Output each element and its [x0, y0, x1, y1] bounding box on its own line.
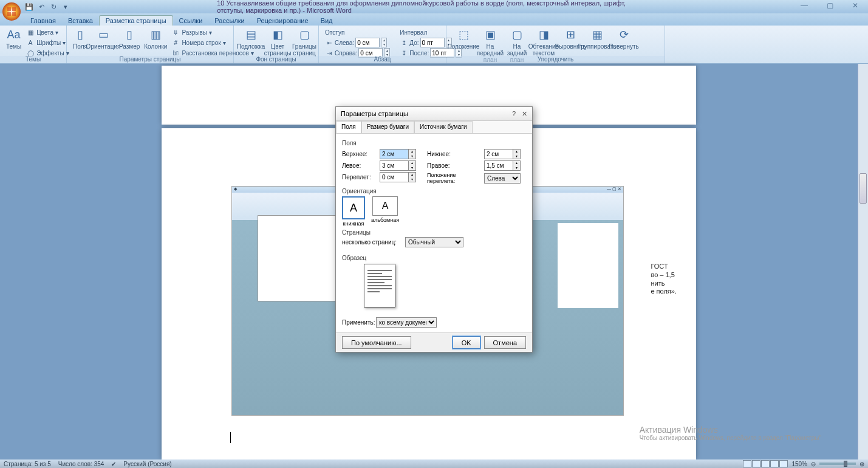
dialog-tab-source[interactable]: Источник бумаги	[414, 121, 473, 133]
section-margins: Поля	[342, 140, 526, 146]
indent-left-icon: ⇤	[325, 38, 333, 47]
columns-button[interactable]: ▥Колонки	[142, 27, 169, 58]
tab-mailings[interactable]: Рассылки	[208, 16, 250, 26]
spinner-icon[interactable]: ▴▾	[513, 149, 521, 159]
redo-icon[interactable]: ↻	[49, 2, 58, 12]
tab-view[interactable]: Вид	[315, 16, 339, 26]
left-margin-input[interactable]	[380, 160, 409, 171]
spinner-icon[interactable]: ▴▾	[409, 160, 416, 171]
status-language[interactable]: Русский (Россия)	[123, 461, 171, 467]
tab-insert[interactable]: Вставка	[62, 16, 99, 26]
undo-icon[interactable]: ↶	[36, 2, 46, 12]
gutter-label: Переплет:	[342, 174, 377, 181]
top-margin-input[interactable]	[380, 149, 409, 159]
scrollbar-thumb[interactable]	[859, 173, 867, 204]
qat-more-icon[interactable]: ▾	[61, 2, 70, 12]
text-wrap-icon: ◨	[536, 28, 551, 43]
tab-home[interactable]: Главная	[24, 16, 62, 26]
breaks-icon: ⤋	[171, 28, 180, 36]
text-line: е поля».	[651, 287, 677, 296]
tab-review[interactable]: Рецензирование	[251, 16, 315, 26]
watermark-button[interactable]: ▤Подложка	[238, 27, 264, 58]
margins-button[interactable]: ▯Поля	[70, 27, 90, 58]
size-label: Размер	[119, 43, 140, 50]
indent-header: Отступ	[324, 27, 391, 37]
status-words[interactable]: Число слов: 354	[58, 461, 104, 467]
spinner-icon[interactable]: ▴▾	[381, 38, 387, 47]
fonts-button[interactable]: AШрифты ▾	[25, 38, 70, 47]
apply-to-select[interactable]: ко всему документу	[376, 317, 437, 328]
bring-front-icon: ▣	[483, 28, 497, 43]
gutter-input[interactable]	[380, 172, 409, 182]
orient-portrait-label: книжная	[343, 221, 364, 227]
size-button[interactable]: ▯Размер	[117, 27, 142, 58]
minimize-button[interactable]: —	[791, 0, 817, 11]
dialog-tab-paper[interactable]: Размер бумаги	[361, 121, 414, 133]
dialog-titlebar[interactable]: Параметры страницы ? ✕	[336, 107, 532, 121]
dialog-help-button[interactable]: ?	[512, 110, 516, 118]
spinner-icon[interactable]: ▴▾	[409, 172, 416, 182]
multi-pages-label: несколько страниц:	[342, 239, 403, 246]
orientation-label: Ориентация	[86, 43, 121, 50]
indent-left[interactable]: ⇤Слева:▴▾	[324, 38, 391, 47]
page-color-icon: ◧	[270, 28, 285, 43]
save-icon[interactable]: 💾	[24, 2, 34, 12]
watermark-title: Активация Windows	[640, 425, 821, 435]
fonts-label: Шрифты	[36, 40, 61, 46]
rotate-icon: ⟳	[617, 28, 631, 43]
zoom-level[interactable]: 150%	[791, 461, 807, 467]
spellcheck-icon[interactable]: ✔	[111, 461, 116, 467]
spacing-before-label: До:	[409, 40, 419, 46]
group-page-bg-label: Фон страницы	[234, 56, 318, 63]
effects-label: Эффекты	[36, 50, 64, 57]
zoom-in-button[interactable]: ⊕	[859, 461, 864, 467]
position-icon: ⬚	[456, 28, 471, 43]
text-line: во – 1,5	[651, 271, 677, 280]
page-borders-button[interactable]: ▢Границы страниц	[291, 27, 318, 58]
cancel-button[interactable]: Отмена	[484, 336, 526, 349]
office-button[interactable]	[1, 1, 22, 22]
vertical-scrollbar[interactable]	[858, 64, 868, 459]
indent-left-input[interactable]	[355, 38, 380, 47]
page-color-button[interactable]: ◧Цвет страницы	[264, 27, 291, 58]
svg-point-0	[2, 2, 21, 21]
orientation-landscape[interactable]: Aальбомная	[371, 196, 399, 227]
group-page-background: ▤Подложка ◧Цвет страницы ▢Границы страни…	[234, 26, 319, 63]
tab-page-layout[interactable]: Разметка страницы	[99, 15, 173, 26]
dialog-close-button[interactable]: ✕	[522, 110, 527, 118]
zoom-slider[interactable]	[819, 463, 856, 465]
bottom-margin-input[interactable]	[484, 149, 513, 159]
page-color-label: Цвет страницы	[264, 43, 292, 57]
dialog-tab-margins[interactable]: Поля	[336, 121, 361, 133]
right-margin-input[interactable]	[484, 160, 513, 171]
group-arrange: ⬚Положение ▣На передний план ▢На задний …	[446, 26, 665, 63]
group-page-setup: ▯Поля ▭Ориентация ▯Размер ▥Колонки ⤋Разр…	[67, 26, 234, 63]
maximize-button[interactable]: ▢	[817, 0, 842, 11]
indent-right-label: Справа:	[335, 50, 357, 57]
section-orientation: Ориентация	[342, 188, 526, 194]
view-buttons[interactable]	[743, 460, 788, 467]
gutter-pos-select[interactable]: Слева	[484, 173, 521, 184]
tab-references[interactable]: Ссылки	[173, 16, 209, 26]
spinner-icon[interactable]: ▴▾	[513, 160, 521, 171]
section-pages: Страницы	[342, 229, 526, 236]
close-button[interactable]: ✕	[842, 0, 868, 11]
zoom-out-button[interactable]: ⊖	[811, 461, 816, 467]
spinner-icon[interactable]: ▴▾	[409, 149, 416, 159]
spacing-before-input[interactable]	[420, 38, 445, 47]
orientation-portrait[interactable]: Aкнижная	[342, 196, 365, 227]
status-page[interactable]: Страница: 5 из 5	[4, 461, 51, 467]
default-button[interactable]: По умолчанию...	[342, 336, 411, 349]
colors-icon: ▦	[26, 28, 35, 36]
ok-button[interactable]: OK	[453, 336, 480, 349]
activation-watermark: Активация Windows Чтобы активировать Win…	[640, 425, 821, 441]
spacing-after-label: После:	[409, 50, 429, 57]
multi-pages-select[interactable]: Обычный	[405, 237, 463, 247]
orientation-button[interactable]: ▭Ориентация	[90, 27, 117, 58]
group-paragraph-label: Абзац	[319, 56, 446, 63]
themes-button[interactable]: AaТемы	[4, 27, 24, 58]
quick-access-toolbar: 💾 ↶ ↻ ▾	[24, 2, 70, 12]
group-paragraph: Отступ ⇤Слева:▴▾ ⇥Справа:▴▾ Интервал ↥До…	[319, 26, 446, 63]
colors-button[interactable]: ▦Цвета ▾	[25, 27, 70, 37]
group-themes: AaТемы ▦Цвета ▾ AШрифты ▾ ◯Эффекты ▾ Тем…	[0, 26, 67, 63]
